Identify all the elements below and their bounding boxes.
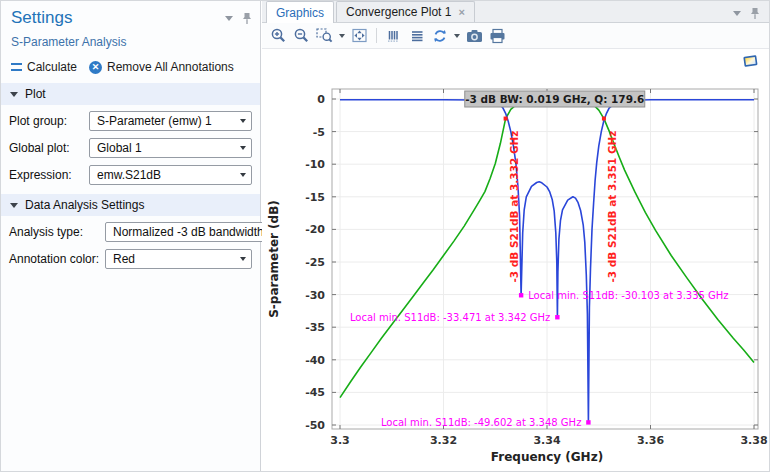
svg-text:-50: -50 [305,419,325,432]
zoom-out-icon [293,27,310,44]
snapshot-button[interactable] [464,25,485,46]
y-axis-grid-button[interactable] [406,25,427,46]
remove-annotations-label: Remove All Annotations [107,60,234,74]
tab-graphics[interactable]: Graphics [266,1,334,23]
chevron-down-icon [240,173,246,177]
svg-text:-20: -20 [305,223,325,236]
svg-text:-45: -45 [305,386,325,399]
zoom-in-button[interactable] [268,25,289,46]
svg-text:3.34: 3.34 [533,434,560,447]
print-button[interactable] [487,25,508,46]
settings-panel: Settings S-Parameter Analysis Calculate … [1,1,261,471]
refresh-dropdown-icon[interactable] [454,34,460,38]
plot-thumbnail-icon[interactable] [742,54,759,73]
x-axis-grid-icon [386,28,402,44]
chevron-down-icon [240,257,246,261]
remove-all-annotations-button[interactable]: ✕ Remove All Annotations [89,60,234,74]
app-window: Settings S-Parameter Analysis Calculate … [0,0,770,472]
svg-text:3.38: 3.38 [740,434,767,447]
annotation-color-label: Annotation color: [9,252,105,266]
settings-subtitle: S-Parameter Analysis [1,28,260,49]
analysis-type-label: Analysis type: [9,225,105,239]
s-parameter-plot[interactable]: 3.33.323.343.363.380-5-10-15-20-25-30-35… [262,49,770,472]
svg-text:-3 dB S21dB at 3.332 GHz: -3 dB S21dB at 3.332 GHz [508,131,520,283]
plot-group-select[interactable]: S-Parameter (emw) 1 [89,111,252,131]
toolbar-separator [376,28,377,43]
calculate-label: Calculate [27,60,77,74]
svg-text:-15: -15 [305,191,325,204]
collapse-triangle-icon [10,203,18,208]
remove-circle-icon: ✕ [89,61,102,74]
svg-text:-30: -30 [305,289,325,302]
calculate-button[interactable]: Calculate [11,60,77,74]
close-icon[interactable]: × [458,7,464,18]
section-data-analysis-title: Data Analysis Settings [25,198,144,212]
panel-menu-icon[interactable] [733,11,741,16]
global-plot-label: Global plot: [9,141,89,155]
expression-select[interactable]: emw.S21dB [89,165,252,185]
calculate-icon [11,63,22,71]
zoom-box-button[interactable] [314,25,335,46]
svg-text:Frequency (GHz): Frequency (GHz) [491,450,603,464]
plot-area[interactable]: 3.33.323.343.363.380-5-10-15-20-25-30-35… [262,49,769,471]
settings-toolbar: Calculate ✕ Remove All Annotations [1,49,260,83]
graphics-panel: Graphics Convergence Plot 1 × [262,1,769,471]
annotation-color-select[interactable]: Red [105,249,252,269]
x-axis-grid-button[interactable] [383,25,404,46]
camera-icon [466,28,483,44]
zoom-out-button[interactable] [291,25,312,46]
svg-text:Local min. S11dB: -49.602 at 3: Local min. S11dB: -49.602 at 3.348 GHz [381,417,581,428]
zoom-box-icon [316,27,333,44]
zoom-box-dropdown-icon[interactable] [339,34,345,38]
svg-text:3.32: 3.32 [430,434,457,447]
svg-text:-10: -10 [305,158,325,171]
svg-text:-35: -35 [305,321,325,334]
svg-text:3.36: 3.36 [637,434,664,447]
svg-text:Local min. S11dB: -30.103 at 3: Local min. S11dB: -30.103 at 3.335 GHz [528,290,728,301]
zoom-in-icon [270,27,287,44]
svg-text:-40: -40 [305,354,325,367]
svg-text:-5: -5 [313,126,325,139]
section-header-plot[interactable]: Plot [1,83,260,105]
global-plot-select[interactable]: Global 1 [89,138,252,158]
svg-text:S-parameter (dB): S-parameter (dB) [267,200,281,318]
refresh-icon [432,28,448,44]
tab-convergence-plot[interactable]: Convergence Plot 1 × [336,1,475,22]
panel-menu-icon[interactable] [225,16,233,21]
svg-text:-3 dB S21dB at 3.351 GHz: -3 dB S21dB at 3.351 GHz [606,131,618,283]
zoom-extents-button[interactable] [349,25,370,46]
graphics-tabbar: Graphics Convergence Plot 1 × [262,1,769,23]
section-header-data-analysis[interactable]: Data Analysis Settings [1,194,260,216]
chevron-down-icon [240,146,246,150]
svg-text:-3 dB BW: 0.019 GHz, Q: 179.6: -3 dB BW: 0.019 GHz, Q: 179.6 [465,93,644,105]
svg-text:Local min. S11dB: -33.471 at 3: Local min. S11dB: -33.471 at 3.342 GHz [350,312,550,323]
analysis-type-select[interactable]: Normalized -3 dB bandwidth [105,222,280,242]
zoom-extents-icon [351,27,368,44]
settings-title: Settings [11,8,72,27]
y-axis-grid-icon [409,28,425,44]
graphics-toolbar [262,23,769,49]
svg-text:-25: -25 [305,256,325,269]
expression-label: Expression: [9,168,89,182]
printer-icon [489,28,506,44]
refresh-plot-button[interactable] [429,25,450,46]
section-plot-title: Plot [25,87,46,101]
svg-text:3.3: 3.3 [330,434,350,447]
chevron-down-icon [240,119,246,123]
pin-icon[interactable] [750,7,760,20]
collapse-triangle-icon [10,92,18,97]
pin-icon[interactable] [242,12,252,25]
plot-group-label: Plot group: [9,114,89,128]
svg-text:0: 0 [317,93,325,106]
